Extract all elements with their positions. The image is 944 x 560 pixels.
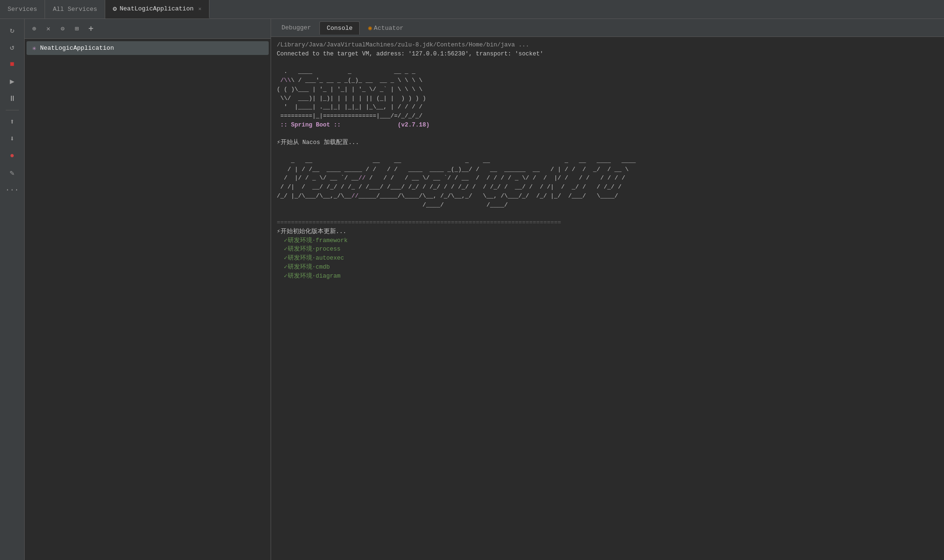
console-panel: Debugger Console ◉Actuator /Library/Java…: [271, 19, 944, 560]
sidebar-separator-1: [6, 110, 19, 110]
add-service-button[interactable]: +: [85, 23, 97, 35]
icon-sidebar: ↻ ↺ ■ ▶ ⏸ ⬆ ⬇ ● ✎ ···: [0, 19, 25, 560]
service-list: ✳ NeatLogicApplication: [25, 39, 271, 560]
close-service-button[interactable]: ✕: [43, 23, 54, 35]
resume-button[interactable]: ▶: [5, 74, 20, 89]
group-button[interactable]: ⊞: [71, 23, 82, 35]
debug-attach-button[interactable]: ●: [5, 148, 20, 163]
refresh-button[interactable]: ↻: [5, 23, 20, 38]
tab-services-label: Services: [8, 6, 37, 13]
service-panel: ⊕ ✕ ⊜ ⊞ + ✳ NeatLogicApplication: [25, 19, 271, 560]
tab-console[interactable]: Console: [319, 21, 360, 35]
upload-button[interactable]: ⬆: [5, 114, 20, 129]
spring-boot-icon: ⚙: [113, 5, 117, 13]
tab-debugger-label: Debugger: [281, 24, 311, 31]
collapse-all-button[interactable]: ⊕: [28, 23, 40, 35]
main-layout: ↻ ↺ ■ ▶ ⏸ ⬆ ⬇ ● ✎ ··· ⊕ ✕ ⊜ ⊞ + ✳ NeatLo…: [0, 19, 944, 560]
tab-services[interactable]: Services: [0, 0, 45, 18]
actuator-icon: ◉: [368, 25, 372, 32]
tab-close-button[interactable]: ✕: [199, 6, 202, 12]
console-output[interactable]: /Library/Java/JavaVirtualMachines/zulu-8…: [271, 37, 944, 560]
more-button[interactable]: ···: [5, 182, 20, 198]
service-item-neat-logic[interactable]: ✳ NeatLogicApplication: [27, 41, 269, 55]
service-toolbar: ⊕ ✕ ⊜ ⊞ +: [25, 19, 271, 39]
refresh-services-button[interactable]: ↺: [5, 40, 20, 55]
tab-console-label: Console: [327, 25, 353, 32]
download-button[interactable]: ⬇: [5, 131, 20, 146]
service-item-label: NeatLogicApplication: [40, 45, 114, 52]
edit-button[interactable]: ✎: [5, 165, 20, 181]
suspend-button[interactable]: ⏸: [5, 91, 20, 106]
tab-all-services-label: All Services: [53, 6, 97, 13]
console-tab-bar: Debugger Console ◉Actuator: [271, 19, 944, 37]
service-item-icon: ✳: [32, 44, 36, 52]
tab-actuator[interactable]: ◉Actuator: [362, 21, 410, 35]
filter-button[interactable]: ⊜: [57, 23, 68, 35]
tab-actuator-label: Actuator: [374, 25, 403, 32]
tab-bar: Services All Services ⚙ NeatLogicApplica…: [0, 0, 944, 19]
tab-all-services[interactable]: All Services: [45, 0, 105, 18]
tab-debugger[interactable]: Debugger: [275, 21, 318, 34]
tab-neat-logic[interactable]: ⚙ NeatLogicApplication ✕: [105, 0, 209, 18]
tab-neat-logic-label: NeatLogicApplication: [119, 5, 193, 12]
stop-button[interactable]: ■: [5, 57, 20, 72]
